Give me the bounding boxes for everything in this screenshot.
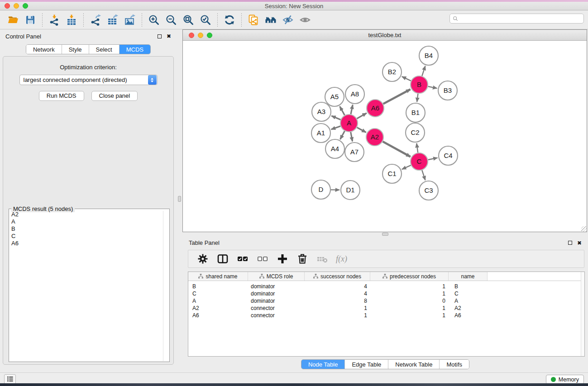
table-cell[interactable]: 1	[305, 312, 370, 319]
graph-node-C1[interactable]: C1	[382, 164, 402, 183]
close-panel-icon[interactable]: ✖	[577, 240, 582, 246]
graph-node-C4[interactable]: C4	[439, 146, 458, 165]
table-scrollbar[interactable]	[581, 272, 584, 356]
float-panel-icon[interactable]	[568, 241, 572, 245]
memory-button[interactable]: Memory	[546, 375, 584, 384]
graph-node-B1[interactable]: B1	[406, 103, 425, 122]
column-browser-icon[interactable]	[216, 253, 229, 265]
graph-node-D1[interactable]: D1	[341, 181, 360, 200]
graph-node-C3[interactable]: C3	[419, 181, 438, 200]
destroy-table-icon[interactable]	[316, 253, 329, 265]
splitter-handle[interactable]	[382, 233, 388, 236]
network-overview-icon[interactable]	[264, 14, 277, 26]
tab-mcds[interactable]: MCDS	[119, 45, 150, 54]
refresh-view-icon[interactable]	[223, 14, 236, 26]
tab-node-table[interactable]: Node Table	[301, 360, 345, 369]
mcds-result-item[interactable]: A2	[10, 211, 163, 218]
select-all-icon[interactable]	[236, 253, 249, 265]
table-cell[interactable]: connector	[248, 312, 305, 319]
graph-node-A5[interactable]: A5	[325, 87, 344, 106]
add-column-icon[interactable]	[276, 253, 289, 265]
graph-node-A[interactable]: A	[340, 114, 358, 132]
table-cell[interactable]: A2	[449, 305, 488, 311]
graph-node-B3[interactable]: B3	[438, 81, 457, 100]
zoom-network-button[interactable]	[207, 33, 212, 38]
function-builder-icon[interactable]: f(x)	[336, 254, 347, 264]
tab-style[interactable]: Style	[62, 45, 89, 54]
export-network-icon[interactable]	[89, 14, 102, 26]
splitter-handle[interactable]	[178, 196, 181, 202]
graph-node-A7[interactable]: A7	[345, 143, 364, 162]
graph-node-A1[interactable]: A1	[311, 124, 330, 143]
delete-column-icon[interactable]	[296, 253, 309, 265]
close-panel-icon[interactable]: ✖	[167, 33, 171, 39]
table-cell[interactable]: C	[449, 291, 488, 297]
table-cell[interactable]: A	[449, 298, 488, 304]
table-row[interactable]: Adominator80A	[188, 297, 584, 305]
graph-node-B2[interactable]: B2	[382, 62, 402, 81]
search-input[interactable]	[460, 15, 581, 22]
tab-network[interactable]: Network	[26, 45, 62, 54]
export-image-icon[interactable]	[123, 14, 137, 26]
float-panel-icon[interactable]	[158, 34, 162, 38]
close-network-button[interactable]	[189, 33, 194, 38]
tab-edge-table[interactable]: Edge Table	[344, 360, 388, 369]
table-cell[interactable]: 4	[305, 291, 370, 297]
horizontal-splitter[interactable]	[182, 232, 588, 237]
table-cell[interactable]: dominator	[248, 298, 305, 304]
graph-node-A6[interactable]: A6	[367, 100, 384, 117]
table-cell[interactable]: 1	[370, 305, 449, 311]
table-cell[interactable]: 1	[370, 291, 449, 297]
tab-select[interactable]: Select	[89, 45, 119, 54]
table-cell[interactable]: A6	[188, 312, 248, 319]
mcds-result-item[interactable]: B	[10, 225, 163, 233]
table-cell[interactable]: dominator	[248, 291, 305, 297]
table-cell[interactable]: dominator	[248, 283, 305, 290]
table-cell[interactable]: 0	[370, 298, 449, 304]
minimize-network-button[interactable]	[198, 33, 203, 38]
graph-node-B[interactable]: B	[411, 76, 428, 93]
zoom-fit-icon[interactable]	[182, 14, 195, 26]
import-table-icon[interactable]	[65, 14, 78, 26]
graph-node-A4[interactable]: A4	[325, 139, 344, 158]
mcds-result-item[interactable]: A	[10, 218, 163, 225]
close-panel-button[interactable]: Close panel	[91, 91, 138, 101]
table-cell[interactable]: 1	[305, 305, 370, 311]
zoom-window-button[interactable]	[23, 3, 28, 9]
graph-node-B4[interactable]: B4	[419, 46, 438, 65]
show-graphics-details-icon[interactable]	[298, 14, 312, 26]
network-canvas[interactable]: B4B2BB3A5A8A6A3AB1A1A2C2A4A7C4CC1C3DD1	[183, 41, 587, 232]
graph-node-D[interactable]: D	[311, 180, 330, 199]
export-table-icon[interactable]	[106, 14, 120, 26]
graph-node-C2[interactable]: C2	[406, 123, 425, 142]
mcds-result-item[interactable]: C	[10, 233, 163, 240]
criterion-select[interactable]: largest connected component (directed)	[19, 75, 158, 85]
table-row[interactable]: Cdominator41C	[188, 290, 584, 297]
resize-corner-handle[interactable]	[581, 226, 587, 232]
column-header-mcds-role[interactable]: MCDS role	[248, 272, 305, 281]
clone-network-icon[interactable]	[247, 14, 260, 26]
table-cell[interactable]: 4	[305, 283, 370, 290]
graph-node-C[interactable]: C	[411, 153, 428, 170]
table-cell[interactable]: A6	[449, 312, 488, 319]
zoom-out-icon[interactable]	[164, 14, 178, 26]
save-session-icon[interactable]	[24, 14, 37, 26]
graph-node-A3[interactable]: A3	[312, 102, 331, 121]
table-settings-icon[interactable]	[196, 253, 210, 265]
column-header-shared-name[interactable]: shared name	[188, 272, 248, 281]
task-history-button[interactable]	[4, 374, 16, 384]
table-cell[interactable]: B	[188, 283, 248, 290]
table-row[interactable]: A6connector11A6	[188, 312, 584, 319]
table-cell[interactable]: A2	[188, 305, 248, 311]
column-header-successor-nodes[interactable]: successor nodes	[305, 272, 370, 281]
run-mcds-button[interactable]: Run MCDS	[39, 91, 84, 101]
zoom-in-icon[interactable]	[147, 14, 161, 26]
mcds-result-item[interactable]: A6	[10, 240, 163, 247]
column-header-name[interactable]: name	[449, 272, 488, 281]
column-header-predecessor-nodes[interactable]: predecessor nodes	[370, 272, 449, 281]
hide-graphics-details-icon[interactable]	[281, 14, 295, 26]
graph-node-A2[interactable]: A2	[366, 129, 383, 146]
table-cell[interactable]: A	[188, 298, 248, 304]
graph-node-A8[interactable]: A8	[345, 85, 364, 104]
vertical-splitter[interactable]	[177, 29, 182, 372]
